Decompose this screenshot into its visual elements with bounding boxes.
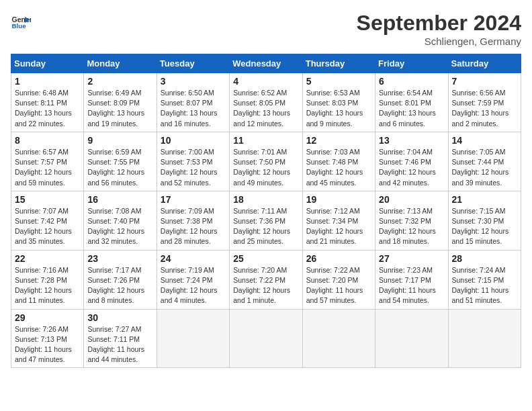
col-header-tuesday: Tuesday <box>157 54 229 73</box>
calendar-cell: 16Sunrise: 7:08 AM Sunset: 7:40 PM Dayli… <box>84 191 157 250</box>
cell-info: Sunrise: 7:01 AM Sunset: 7:50 PM Dayligh… <box>233 147 298 188</box>
calendar-cell: 14Sunrise: 7:05 AM Sunset: 7:44 PM Dayli… <box>448 132 521 191</box>
day-number: 11 <box>233 135 298 146</box>
cell-info: Sunrise: 7:13 AM Sunset: 7:32 PM Dayligh… <box>379 206 444 247</box>
day-number: 2 <box>87 76 152 87</box>
calendar-cell: 28Sunrise: 7:24 AM Sunset: 7:15 PM Dayli… <box>448 250 521 309</box>
cell-info: Sunrise: 6:49 AM Sunset: 8:09 PM Dayligh… <box>87 88 152 129</box>
calendar-cell: 29Sunrise: 7:26 AM Sunset: 7:13 PM Dayli… <box>11 309 84 368</box>
cell-info: Sunrise: 7:09 AM Sunset: 7:38 PM Dayligh… <box>161 206 226 247</box>
calendar-cell: 23Sunrise: 7:17 AM Sunset: 7:26 PM Dayli… <box>84 250 157 309</box>
cell-info: Sunrise: 7:27 AM Sunset: 7:11 PM Dayligh… <box>87 324 152 365</box>
day-number: 23 <box>87 253 152 264</box>
page-header: General Blue September 2024 Schliengen, … <box>11 11 521 47</box>
calendar-cell: 6Sunrise: 6:54 AM Sunset: 8:01 PM Daylig… <box>375 73 448 132</box>
day-number: 20 <box>379 194 444 205</box>
day-number: 27 <box>379 253 444 264</box>
day-number: 17 <box>161 194 226 205</box>
calendar-cell: 17Sunrise: 7:09 AM Sunset: 7:38 PM Dayli… <box>157 191 229 250</box>
svg-text:Blue: Blue <box>12 22 27 30</box>
day-number: 5 <box>306 76 371 87</box>
calendar-cell: 26Sunrise: 7:22 AM Sunset: 7:20 PM Dayli… <box>302 250 375 309</box>
calendar-cell: 10Sunrise: 7:00 AM Sunset: 7:53 PM Dayli… <box>157 132 229 191</box>
calendar-cell: 4Sunrise: 6:52 AM Sunset: 8:05 PM Daylig… <box>230 73 302 132</box>
calendar-week-4: 22Sunrise: 7:16 AM Sunset: 7:28 PM Dayli… <box>11 250 521 309</box>
calendar-cell: 5Sunrise: 6:53 AM Sunset: 8:03 PM Daylig… <box>302 73 375 132</box>
day-number: 1 <box>15 76 80 87</box>
calendar-cell: 25Sunrise: 7:20 AM Sunset: 7:22 PM Dayli… <box>230 250 302 309</box>
cell-info: Sunrise: 6:56 AM Sunset: 7:59 PM Dayligh… <box>452 88 517 129</box>
cell-info: Sunrise: 7:00 AM Sunset: 7:53 PM Dayligh… <box>161 147 226 188</box>
day-number: 12 <box>306 135 371 146</box>
cell-info: Sunrise: 7:03 AM Sunset: 7:48 PM Dayligh… <box>306 147 371 188</box>
day-number: 19 <box>306 194 371 205</box>
calendar-cell <box>448 309 521 368</box>
day-number: 3 <box>161 76 226 87</box>
calendar-cell: 7Sunrise: 6:56 AM Sunset: 7:59 PM Daylig… <box>448 73 521 132</box>
calendar-cell: 13Sunrise: 7:04 AM Sunset: 7:46 PM Dayli… <box>375 132 448 191</box>
day-number: 10 <box>161 135 226 146</box>
day-number: 14 <box>452 135 517 146</box>
calendar-cell: 11Sunrise: 7:01 AM Sunset: 7:50 PM Dayli… <box>230 132 302 191</box>
cell-info: Sunrise: 7:17 AM Sunset: 7:26 PM Dayligh… <box>87 265 152 306</box>
calendar-cell: 20Sunrise: 7:13 AM Sunset: 7:32 PM Dayli… <box>375 191 448 250</box>
col-header-friday: Friday <box>375 54 448 73</box>
location: Schliengen, Germany <box>357 36 521 47</box>
calendar-week-5: 29Sunrise: 7:26 AM Sunset: 7:13 PM Dayli… <box>11 309 521 368</box>
calendar-cell: 8Sunrise: 6:57 AM Sunset: 7:57 PM Daylig… <box>11 132 84 191</box>
calendar-cell <box>302 309 375 368</box>
cell-info: Sunrise: 6:59 AM Sunset: 7:55 PM Dayligh… <box>87 147 152 188</box>
calendar-cell <box>375 309 448 368</box>
cell-info: Sunrise: 7:04 AM Sunset: 7:46 PM Dayligh… <box>379 147 444 188</box>
col-header-monday: Monday <box>84 54 157 73</box>
calendar-cell <box>157 309 229 368</box>
day-number: 30 <box>87 312 152 323</box>
cell-info: Sunrise: 6:57 AM Sunset: 7:57 PM Dayligh… <box>15 147 80 188</box>
day-number: 15 <box>15 194 80 205</box>
col-header-thursday: Thursday <box>302 54 375 73</box>
col-header-sunday: Sunday <box>11 54 84 73</box>
cell-info: Sunrise: 7:15 AM Sunset: 7:30 PM Dayligh… <box>452 206 517 247</box>
day-number: 7 <box>452 76 517 87</box>
day-number: 26 <box>306 253 371 264</box>
cell-info: Sunrise: 7:22 AM Sunset: 7:20 PM Dayligh… <box>306 265 371 306</box>
day-number: 18 <box>233 194 298 205</box>
calendar-cell: 1Sunrise: 6:48 AM Sunset: 8:11 PM Daylig… <box>11 73 84 132</box>
calendar-week-2: 8Sunrise: 6:57 AM Sunset: 7:57 PM Daylig… <box>11 132 521 191</box>
calendar-cell: 24Sunrise: 7:19 AM Sunset: 7:24 PM Dayli… <box>157 250 229 309</box>
logo-icon: General Blue <box>11 11 31 31</box>
cell-info: Sunrise: 6:48 AM Sunset: 8:11 PM Dayligh… <box>15 88 80 129</box>
day-number: 25 <box>233 253 298 264</box>
calendar-cell: 15Sunrise: 7:07 AM Sunset: 7:42 PM Dayli… <box>11 191 84 250</box>
col-header-wednesday: Wednesday <box>230 54 302 73</box>
day-number: 28 <box>452 253 517 264</box>
day-number: 22 <box>15 253 80 264</box>
day-number: 29 <box>15 312 80 323</box>
day-number: 8 <box>15 135 80 146</box>
day-number: 21 <box>452 194 517 205</box>
day-number: 16 <box>87 194 152 205</box>
calendar-cell: 12Sunrise: 7:03 AM Sunset: 7:48 PM Dayli… <box>302 132 375 191</box>
cell-info: Sunrise: 6:54 AM Sunset: 8:01 PM Dayligh… <box>379 88 444 129</box>
month-title: September 2024 <box>357 11 521 36</box>
cell-info: Sunrise: 7:23 AM Sunset: 7:17 PM Dayligh… <box>379 265 444 306</box>
cell-info: Sunrise: 7:24 AM Sunset: 7:15 PM Dayligh… <box>452 265 517 306</box>
calendar-cell: 18Sunrise: 7:11 AM Sunset: 7:36 PM Dayli… <box>230 191 302 250</box>
cell-info: Sunrise: 6:52 AM Sunset: 8:05 PM Dayligh… <box>233 88 298 129</box>
calendar-cell: 27Sunrise: 7:23 AM Sunset: 7:17 PM Dayli… <box>375 250 448 309</box>
cell-info: Sunrise: 7:05 AM Sunset: 7:44 PM Dayligh… <box>452 147 517 188</box>
cell-info: Sunrise: 6:53 AM Sunset: 8:03 PM Dayligh… <box>306 88 371 129</box>
cell-info: Sunrise: 7:12 AM Sunset: 7:34 PM Dayligh… <box>306 206 371 247</box>
cell-info: Sunrise: 7:26 AM Sunset: 7:13 PM Dayligh… <box>15 324 80 365</box>
col-header-saturday: Saturday <box>448 54 521 73</box>
cell-info: Sunrise: 7:19 AM Sunset: 7:24 PM Dayligh… <box>161 265 226 306</box>
calendar-cell: 2Sunrise: 6:49 AM Sunset: 8:09 PM Daylig… <box>84 73 157 132</box>
cell-info: Sunrise: 7:20 AM Sunset: 7:22 PM Dayligh… <box>233 265 298 306</box>
cell-info: Sunrise: 7:08 AM Sunset: 7:40 PM Dayligh… <box>87 206 152 247</box>
calendar-week-1: 1Sunrise: 6:48 AM Sunset: 8:11 PM Daylig… <box>11 73 521 132</box>
calendar-cell: 9Sunrise: 6:59 AM Sunset: 7:55 PM Daylig… <box>84 132 157 191</box>
cell-info: Sunrise: 7:07 AM Sunset: 7:42 PM Dayligh… <box>15 206 80 247</box>
cell-info: Sunrise: 7:11 AM Sunset: 7:36 PM Dayligh… <box>233 206 298 247</box>
day-number: 6 <box>379 76 444 87</box>
day-number: 9 <box>87 135 152 146</box>
